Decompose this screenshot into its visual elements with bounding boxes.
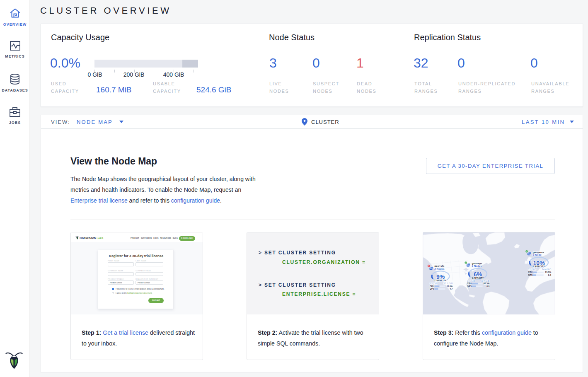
svg-text:4.7: 4.7 [450, 288, 452, 290]
svg-text:65.7 GiB: 65.7 GiB [480, 280, 490, 282]
svg-text:3.2 GiB: 3.2 GiB [430, 282, 438, 285]
svg-text:QPS: QPS [467, 285, 472, 288]
svg-text:CAPACITY: CAPACITY [435, 279, 447, 282]
svg-text:2 Nodes: 2 Nodes [472, 264, 482, 267]
svg-text:✓: ✓ [465, 262, 467, 264]
svg-text:CAPACITY: CAPACITY [472, 277, 484, 279]
svg-text:CPU: CPU [467, 282, 472, 285]
svg-text:3.7 GiB: 3.7 GiB [467, 280, 475, 282]
svg-text:QPS: QPS [528, 274, 532, 276]
svg-text:CPU: CPU [528, 271, 532, 273]
svg-text:13.3%: 13.3% [545, 271, 551, 273]
svg-text:QPS: QPS [430, 288, 434, 290]
svg-text:0.0: 0.0 [486, 285, 489, 288]
svg-text:✓: ✓ [526, 251, 528, 253]
svg-text:CAPACITY: CAPACITY [533, 265, 545, 268]
svg-text:35.1 GiB: 35.1 GiB [443, 282, 453, 285]
svg-text:CPU: CPU [430, 285, 434, 288]
svg-text:1 Node: 1 Node [533, 253, 542, 256]
svg-text:3.6 GiB: 3.6 GiB [528, 268, 536, 271]
svg-text:11.0%: 11.0% [447, 285, 453, 288]
svg-text:42.5%: 42.5% [484, 282, 490, 285]
svg-text:2 Nodes: 2 Nodes [434, 267, 445, 270]
svg-text:34.4 GiB: 34.4 GiB [542, 268, 551, 271]
svg-text:0.4: 0.4 [548, 274, 551, 276]
